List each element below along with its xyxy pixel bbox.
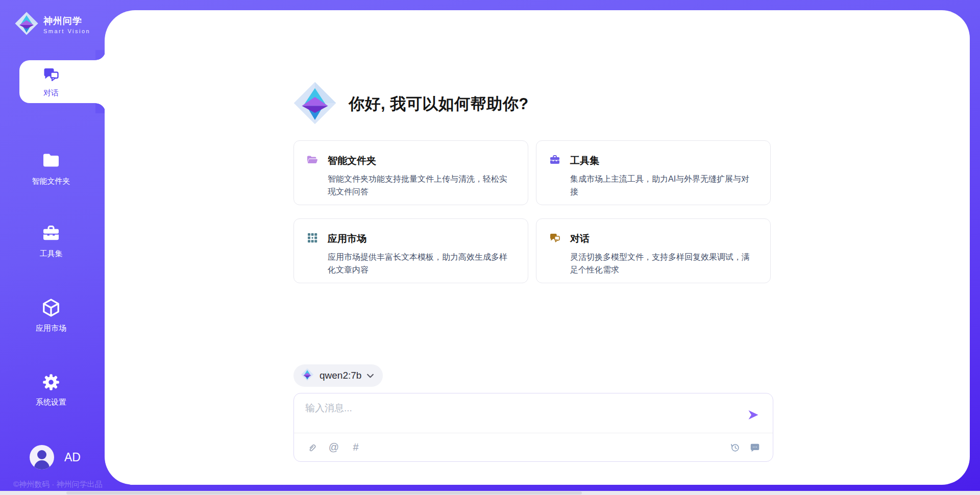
sidebar-item-settings[interactable]: 系统设置: [0, 373, 102, 407]
message-input[interactable]: [305, 402, 734, 430]
brand: 神州问学 Smart Vision: [14, 11, 90, 38]
user-profile[interactable]: AD: [30, 445, 81, 469]
at-icon[interactable]: @: [328, 442, 339, 453]
paperclip-icon[interactable]: [306, 442, 317, 453]
card-title: 应用市场: [328, 232, 366, 245]
sidebar: 神州问学 Smart Vision 对话 智能文件夹: [0, 0, 105, 495]
card-description: 集成市场上主流工具，助力AI与外界无缝扩展与对接: [570, 173, 757, 199]
sidebar-item-toolset[interactable]: 工具集: [0, 223, 102, 259]
sidebar-item-chat[interactable]: 对话: [19, 60, 106, 103]
sidebar-item-label: 应用市场: [36, 324, 66, 333]
send-arrow-icon[interactable]: [747, 409, 760, 421]
sidebar-item-app-market[interactable]: 应用市场: [0, 298, 102, 333]
gem-diamond-icon: [292, 81, 337, 128]
sidebar-item-label: 系统设置: [36, 398, 66, 407]
card-title: 对话: [570, 232, 590, 245]
folder-icon: [41, 151, 61, 173]
card-smart-folder[interactable]: 智能文件夹 智能文件夹功能支持批量文件上传与清洗，轻松实现文件问答: [293, 140, 528, 205]
composer-toolbar: @ #: [294, 433, 773, 461]
brand-name: 神州问学: [43, 15, 90, 27]
toolbox-icon: [41, 223, 61, 245]
main-panel: 你好, 我可以如何帮助你? 智能文件夹 智能文件夹功能支持批量文件上传与清洗，轻…: [105, 10, 970, 485]
feature-cards: 智能文件夹 智能文件夹功能支持批量文件上传与清洗，轻松实现文件问答 工具集 集成…: [293, 140, 771, 283]
gear-icon: [41, 373, 61, 394]
cube-icon: [41, 298, 61, 320]
sidebar-item-label: 智能文件夹: [32, 177, 70, 186]
gem-diamond-icon: [301, 368, 314, 383]
chat-bubbles-icon: [42, 65, 60, 86]
card-description: 智能文件夹功能支持批量文件上传与清洗，轻松实现文件问答: [328, 173, 514, 199]
person-icon: [30, 445, 54, 469]
horizontal-scrollbar: [0, 491, 980, 495]
horizontal-scrollbar-thumb[interactable]: [66, 491, 582, 494]
user-name: AD: [64, 451, 81, 464]
gem-diamond-icon: [14, 11, 39, 38]
card-chat[interactable]: 对话 灵活切换多模型文件，支持多样回复效果调试，满足个性化需求: [536, 218, 771, 283]
model-name: qwen2:7b: [320, 370, 361, 381]
model-selector[interactable]: qwen2:7b: [293, 364, 383, 387]
toolbox-icon: [549, 154, 561, 168]
open-folder-icon: [306, 154, 318, 168]
brand-subtitle: Smart Vision: [43, 28, 90, 34]
greeting-title: 你好, 我可以如何帮助你?: [349, 93, 529, 115]
copyright-text: ©神州数码 · 神州问学出品: [13, 480, 102, 489]
card-title: 工具集: [570, 154, 599, 167]
chat-bubbles-icon: [549, 232, 561, 246]
active-tab-fillet-top: [95, 50, 106, 60]
card-description: 应用市场提供丰富长文本模板，助力高效生成多样化文章内容: [328, 251, 514, 277]
card-toolset[interactable]: 工具集 集成市场上主流工具，助力AI与外界无缝扩展与对接: [536, 140, 771, 205]
sidebar-item-smart-folder[interactable]: 智能文件夹: [0, 151, 102, 186]
hero: 你好, 我可以如何帮助你?: [292, 81, 529, 128]
message-composer: @ #: [293, 393, 773, 462]
card-app-market[interactable]: 应用市场 应用市场提供丰富长文本模板，助力高效生成多样化文章内容: [293, 218, 528, 283]
sidebar-item-label: 对话: [43, 88, 59, 98]
hash-icon[interactable]: #: [350, 442, 361, 453]
app-grid-icon: [306, 232, 318, 246]
card-description: 灵活切换多模型文件，支持多样回复效果调试，满足个性化需求: [570, 251, 757, 277]
card-title: 智能文件夹: [328, 154, 376, 167]
sidebar-item-label: 工具集: [40, 249, 63, 259]
chevron-down-icon: [367, 371, 374, 380]
active-tab-fillet-bottom: [95, 103, 106, 113]
feedback-bubble-icon[interactable]: [749, 442, 761, 453]
history-icon[interactable]: [729, 442, 741, 453]
